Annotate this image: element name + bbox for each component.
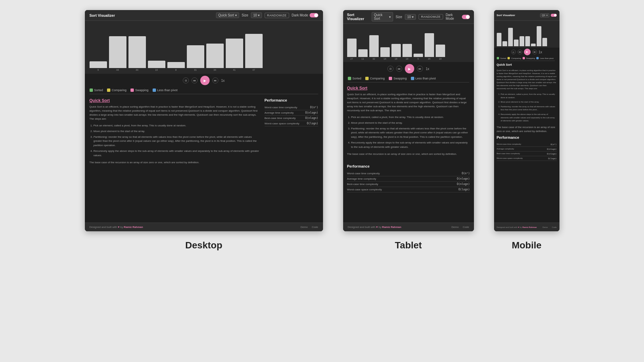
mobile-app-title: Sort Visualizer bbox=[497, 14, 515, 17]
step-1: Pick an element, called a pivot, from th… bbox=[94, 124, 259, 128]
mobile-speed-label: 1x bbox=[539, 50, 542, 54]
tablet-algorithm-dropdown[interactable]: Quick Sort ▾ bbox=[372, 12, 393, 21]
devices-row: Sort Visualizer Quick Sort ▾ Size 10 ▾ bbox=[20, 10, 624, 355]
desktop-chart-area: 9 44 44 10 bbox=[85, 21, 323, 74]
bar-2 bbox=[109, 36, 126, 68]
tablet-bar-8 bbox=[425, 33, 434, 57]
skip-start-button[interactable]: ⏮ bbox=[192, 77, 198, 83]
perf-row-best: Best-case time complexity O(nlogn) bbox=[265, 116, 318, 121]
sorted-dot bbox=[90, 88, 93, 92]
bar-group-2: 44 bbox=[109, 36, 126, 71]
mobile-algorithm-dropdown[interactable]: QS ▾ bbox=[540, 13, 549, 17]
algorithm-steps: Pick an element, called a pivot, from th… bbox=[90, 124, 259, 158]
shuffle-button[interactable]: ⊟ bbox=[183, 77, 189, 83]
footer-credit: Designed and built with ♥ by Ramiz Rahma… bbox=[90, 226, 143, 229]
desktop-device-wrapper: Sort Visualizer Quick Sort ▾ Size 10 ▾ bbox=[85, 10, 323, 251]
tablet-speed-label: 1x bbox=[426, 67, 429, 71]
code-link[interactable]: Code bbox=[312, 226, 318, 229]
tablet-skip-end-button[interactable]: ⏭ bbox=[417, 66, 423, 72]
desktop-app: Sort Visualizer Quick Sort ▾ Size 10 ▾ bbox=[85, 10, 323, 231]
step-2: Move pivot element to the start of the a… bbox=[94, 129, 259, 134]
skip-end-button[interactable]: ⏭ bbox=[212, 77, 218, 83]
tablet-bar-6 bbox=[402, 44, 412, 57]
mobile-toggle-knob bbox=[554, 14, 556, 16]
desktop-content-left: Quick Sort Quick Sort is an efficient, i… bbox=[90, 98, 259, 219]
tablet-bar-1 bbox=[347, 39, 357, 57]
step-4: Recursively apply the above steps to the… bbox=[94, 149, 259, 158]
tablet-performance-title: Performance bbox=[347, 164, 470, 168]
desktop-frame: Sort Visualizer Quick Sort ▾ Size 10 ▾ bbox=[85, 10, 323, 231]
tablet-legend-swapping: Swapping bbox=[389, 77, 407, 80]
mobile-footer: Designed and built with ♥ by Ramiz Rahma… bbox=[494, 223, 559, 231]
tablet-content-main: Quick Sort Quick Sort is an efficient, i… bbox=[347, 86, 470, 156]
mobile-footer-links: Demo Code bbox=[542, 226, 556, 228]
bar-group-8: 41 bbox=[226, 39, 243, 71]
mobile-bar-3 bbox=[508, 28, 513, 46]
tablet-code-link[interactable]: Code bbox=[463, 226, 469, 229]
mobile-bar-7 bbox=[531, 44, 536, 46]
comparing-dot bbox=[107, 88, 110, 92]
mobile-play-button[interactable]: ▶ bbox=[524, 49, 531, 55]
demo-link[interactable]: Demo bbox=[301, 226, 308, 229]
mobile-content-area: Quick Sort Quick Sort is an efficient, i… bbox=[494, 61, 559, 223]
tablet-toggle-knob bbox=[466, 15, 470, 19]
tablet-legend-comparing: Comparing bbox=[365, 77, 385, 80]
performance-title: Performance bbox=[265, 98, 318, 102]
mobile-controls-row: ⊟ ⏮ ▶ ⏭ 1x bbox=[494, 48, 559, 56]
mobile-app: Sort Visualizer QS ▾ bbox=[494, 10, 559, 231]
footer-links: Demo Code bbox=[301, 226, 318, 229]
bar-group-4: 10 bbox=[148, 61, 165, 71]
bar-1 bbox=[90, 61, 107, 68]
randomize-button[interactable]: RANDOMIZE bbox=[265, 13, 289, 18]
tablet-app: Sort Visualizer Quick Sort ▾ Size 10 ▾ bbox=[343, 10, 474, 231]
tablet-skip-start-button[interactable]: ⏮ bbox=[396, 66, 402, 72]
mobile-code-link[interactable]: Code bbox=[552, 226, 556, 228]
tablet-dark-mode-toggle[interactable]: Dark Mode bbox=[446, 13, 470, 20]
swapping-dot bbox=[130, 88, 134, 92]
base-case: The base case of the recursion is an arr… bbox=[90, 161, 259, 165]
bar-group-1: 9 bbox=[90, 61, 107, 71]
bar-3 bbox=[128, 36, 146, 68]
legend-swapping: Swapping bbox=[130, 88, 149, 92]
tablet-content-area: Quick Sort Quick Sort is an efficient, i… bbox=[343, 82, 474, 223]
tablet-bar-5 bbox=[391, 44, 401, 57]
mobile-performance-table: Worst-case time complexity O(n²) Average… bbox=[497, 142, 557, 161]
desktop-legend: Sorted Comparing Swapping Less than bbox=[85, 87, 323, 94]
size-dropdown[interactable]: 10 ▾ bbox=[251, 12, 262, 18]
mobile-legend: Sorted Comparing Swapping Less than bbox=[494, 56, 559, 61]
desktop-footer: Designed and built with ♥ by Ramiz Rahma… bbox=[85, 223, 323, 231]
mobile-demo-link[interactable]: Demo bbox=[542, 226, 548, 228]
algorithm-dropdown[interactable]: Quick Sort ▾ bbox=[216, 12, 239, 18]
mobile-header-controls: QS ▾ bbox=[540, 13, 556, 17]
perf-row-average: Average time complexity O(nlogn) bbox=[265, 110, 318, 116]
mobile-skip-end-button[interactable]: ⏭ bbox=[532, 50, 537, 54]
tablet-play-button[interactable]: ▶ bbox=[405, 64, 414, 73]
toggle-switch bbox=[310, 13, 318, 17]
mobile-header: Sort Visualizer QS ▾ bbox=[494, 10, 559, 21]
tablet-shuffle-button[interactable]: ⊟ bbox=[387, 66, 393, 72]
tablet-size-dropdown[interactable]: 10 ▾ bbox=[405, 14, 416, 20]
tablet-chart-area: 27 11 32 14 19 19 5 35 18 bbox=[343, 24, 474, 62]
tablet-chart-bars: 27 11 32 14 19 19 5 35 18 bbox=[347, 26, 470, 60]
speed-label: 1x bbox=[221, 79, 225, 82]
tablet-header-controls: Quick Sort ▾ Size 10 ▾ RANDOMIZE Dark Mo… bbox=[372, 12, 470, 21]
mobile-label: Mobile bbox=[512, 240, 542, 251]
author-name: Ramiz Rahman bbox=[124, 226, 143, 229]
mobile-bar-9 bbox=[542, 38, 547, 46]
mobile-bar-6 bbox=[525, 36, 530, 46]
tablet-frame: Sort Visualizer Quick Sort ▾ Size 10 ▾ bbox=[343, 10, 474, 231]
tablet-device-wrapper: Sort Visualizer Quick Sort ▾ Size 10 ▾ bbox=[343, 10, 474, 251]
tablet-algorithm-name: Quick Sort bbox=[347, 86, 470, 90]
tablet-demo-link[interactable]: Demo bbox=[451, 226, 459, 229]
mobile-bar-1 bbox=[497, 33, 501, 46]
tablet-header: Sort Visualizer Quick Sort ▾ Size 10 ▾ bbox=[343, 10, 474, 24]
tablet-performance-section: Performance Worst-case time complexity O… bbox=[347, 164, 470, 192]
mobile-content-main: Quick Sort Quick Sort is an efficient, i… bbox=[497, 63, 557, 161]
mobile-shuffle-button[interactable]: ⊟ bbox=[511, 50, 516, 54]
mobile-skip-start-button[interactable]: ⏮ bbox=[518, 50, 522, 54]
mobile-device-wrapper: Sort Visualizer QS ▾ bbox=[494, 10, 559, 251]
play-button[interactable]: ▶ bbox=[200, 76, 210, 85]
tablet-randomize-button[interactable]: RANDOMIZE bbox=[419, 14, 443, 19]
mobile-performance-title: Performance bbox=[497, 135, 557, 139]
dark-mode-toggle[interactable]: Dark Mode bbox=[292, 13, 318, 17]
